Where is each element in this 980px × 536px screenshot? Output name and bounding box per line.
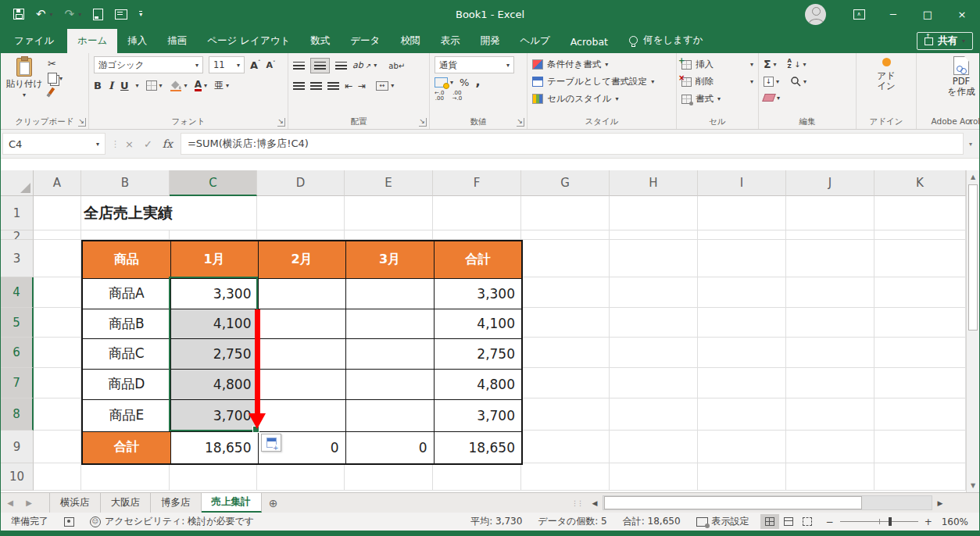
new-sheet-icon[interactable]: ⊕ bbox=[262, 493, 285, 513]
cell-E5[interactable] bbox=[345, 309, 434, 338]
collapse-ribbon-icon[interactable]: ∧ bbox=[967, 117, 973, 126]
clear-icon[interactable] bbox=[762, 94, 776, 102]
fill-options-smarttag[interactable] bbox=[261, 434, 281, 452]
cell-D6[interactable] bbox=[258, 338, 345, 369]
cell-H2[interactable] bbox=[610, 230, 698, 240]
cell-G5[interactable] bbox=[521, 308, 610, 338]
cell-H3[interactable] bbox=[610, 240, 698, 277]
row-header-1[interactable]: 1 bbox=[1, 196, 34, 230]
cell-B7[interactable]: 商品D bbox=[82, 369, 170, 399]
tab-draw[interactable]: 描画 bbox=[157, 29, 197, 53]
cell-J3[interactable] bbox=[786, 240, 874, 277]
italic-button[interactable]: I bbox=[109, 80, 113, 91]
copy-icon[interactable] bbox=[48, 73, 57, 84]
tell-me-box[interactable]: 何をしますか bbox=[629, 34, 703, 53]
user-avatar[interactable] bbox=[805, 4, 826, 25]
cell-H6[interactable] bbox=[610, 338, 698, 368]
cell-H1[interactable] bbox=[610, 196, 698, 230]
decrease-font-icon[interactable]: A˅ bbox=[266, 60, 276, 70]
tab-review[interactable]: 校閲 bbox=[390, 29, 430, 53]
merge-center-icon[interactable]: ↔ bbox=[376, 81, 388, 91]
cell-J7[interactable] bbox=[786, 368, 874, 398]
cell-D1[interactable] bbox=[257, 196, 345, 230]
insert-cells-button[interactable]: 挿入▾ bbox=[681, 56, 753, 73]
cell-F10[interactable] bbox=[433, 463, 521, 491]
sheet-tab-横浜店[interactable]: 横浜店 bbox=[49, 493, 101, 513]
cell-G10[interactable] bbox=[521, 463, 610, 491]
table-header-3[interactable]: 3月 bbox=[345, 241, 434, 278]
phonetic-caret-icon[interactable]: ▾ bbox=[226, 82, 229, 89]
cell-B9[interactable]: 合計 bbox=[82, 431, 170, 464]
insert-function-icon[interactable]: fx bbox=[163, 138, 173, 150]
table-header-4[interactable]: 合計 bbox=[434, 241, 522, 278]
cell-H9[interactable] bbox=[610, 431, 698, 463]
zoom-level[interactable]: 160% bbox=[939, 516, 979, 527]
align-right-icon[interactable] bbox=[327, 82, 339, 90]
cancel-icon[interactable]: × bbox=[125, 138, 134, 150]
orientation-caret-icon[interactable]: ▾ bbox=[374, 62, 377, 69]
cell-D4[interactable] bbox=[258, 278, 345, 309]
row-header-7[interactable]: 7 bbox=[1, 368, 34, 398]
cell-C6[interactable]: 2,750 bbox=[170, 338, 258, 369]
row-header-9[interactable]: 9 bbox=[1, 431, 34, 463]
cell-A3[interactable] bbox=[34, 240, 81, 277]
cell-F5[interactable]: 4,100 bbox=[434, 309, 522, 338]
cell-A7[interactable] bbox=[34, 368, 81, 398]
undo-caret-icon[interactable]: ▾ bbox=[50, 11, 53, 18]
hscroll-right-icon[interactable]: ▶ bbox=[932, 493, 948, 513]
merge-caret-icon[interactable]: ▾ bbox=[391, 82, 394, 89]
cell-E4[interactable] bbox=[345, 278, 434, 309]
cell-A8[interactable] bbox=[34, 398, 81, 431]
cell-F2[interactable] bbox=[433, 230, 521, 240]
cell-F1[interactable] bbox=[433, 196, 521, 230]
customize-qat-icon[interactable]: ▾ bbox=[139, 11, 142, 17]
cell-J2[interactable] bbox=[786, 230, 874, 240]
row-header-5[interactable]: 5 bbox=[1, 308, 34, 338]
bold-button[interactable]: B bbox=[94, 80, 102, 91]
sort-caret-icon[interactable]: ▾ bbox=[803, 61, 806, 68]
font-color-caret-icon[interactable]: ▾ bbox=[204, 82, 207, 89]
cell-I5[interactable] bbox=[698, 308, 786, 338]
decrease-decimal-icon[interactable]: .00→.0 bbox=[452, 91, 463, 102]
column-header-B[interactable]: B bbox=[81, 170, 170, 196]
row-header-10[interactable]: 10 bbox=[1, 463, 34, 491]
cell-I7[interactable] bbox=[698, 368, 786, 398]
cell-H5[interactable] bbox=[610, 308, 698, 338]
tab-formulas[interactable]: 数式 bbox=[300, 29, 340, 53]
column-header-E[interactable]: E bbox=[345, 170, 433, 196]
cell-D5[interactable] bbox=[258, 309, 345, 338]
cell-F4[interactable]: 3,300 bbox=[434, 278, 522, 309]
vertical-scroll-thumb[interactable] bbox=[968, 184, 978, 331]
maximize-icon[interactable]: □ bbox=[910, 1, 945, 27]
close-icon[interactable]: × bbox=[945, 1, 979, 27]
cell-B1[interactable]: 全店売上実績 bbox=[81, 196, 170, 230]
cell-J6[interactable] bbox=[786, 338, 874, 368]
cell-A1[interactable] bbox=[34, 196, 81, 230]
tab-acrobat[interactable]: Acrobat bbox=[560, 30, 618, 53]
sheet-tab-売上集計[interactable]: 売上集計 bbox=[202, 493, 262, 513]
cell-A9[interactable] bbox=[34, 431, 81, 463]
font-color-icon[interactable]: A bbox=[195, 80, 202, 91]
font-name-select[interactable]: 游ゴシック▾ bbox=[94, 56, 203, 73]
cell-styles-button[interactable]: セルのスタイル▾ bbox=[532, 91, 671, 107]
cell-C10[interactable] bbox=[170, 463, 257, 491]
cell-I6[interactable] bbox=[698, 338, 786, 368]
sheet-tab-博多店[interactable]: 博多店 bbox=[151, 493, 202, 513]
name-box[interactable]: C4 ▾ bbox=[2, 133, 106, 155]
cell-G3[interactable] bbox=[521, 240, 610, 277]
font-size-select[interactable]: 11▾ bbox=[209, 56, 245, 73]
zoom-slider[interactable] bbox=[840, 521, 918, 522]
macro-record-button[interactable] bbox=[56, 517, 82, 527]
cell-J1[interactable] bbox=[786, 196, 874, 230]
cell-I8[interactable] bbox=[698, 398, 786, 431]
column-header-A[interactable]: A bbox=[34, 170, 81, 196]
cell-H7[interactable] bbox=[610, 368, 698, 398]
cell-B5[interactable]: 商品B bbox=[82, 309, 170, 338]
alignment-dialog-launcher-icon[interactable]: ↘ bbox=[419, 118, 427, 127]
find-select-icon[interactable] bbox=[790, 76, 801, 87]
cell-B8[interactable]: 商品E bbox=[82, 399, 170, 431]
fill-color-icon[interactable] bbox=[170, 80, 182, 91]
cell-C7[interactable]: 4,800 bbox=[170, 369, 258, 399]
cell-F7[interactable]: 4,800 bbox=[434, 369, 522, 399]
vertical-scrollbar[interactable]: ▲ ▼ bbox=[966, 170, 979, 492]
